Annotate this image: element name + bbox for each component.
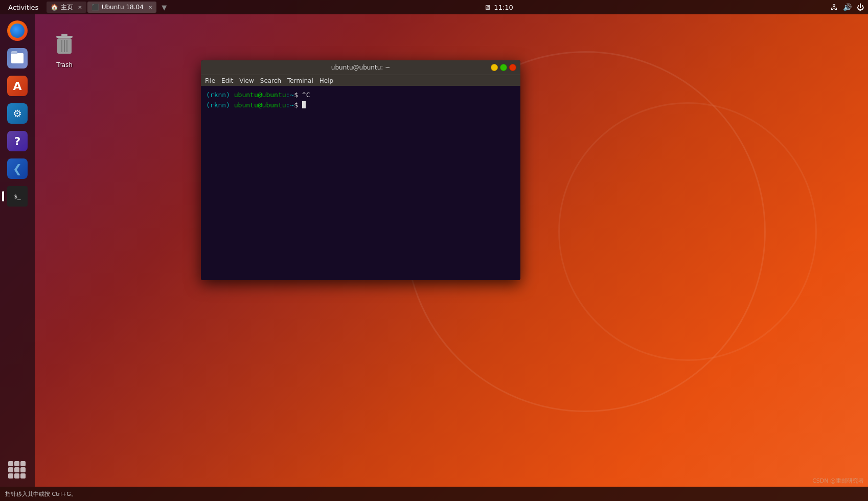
svg-rect-1	[61, 34, 67, 36]
terminal-window: ubuntu@ubuntu: ~ File Edit View Search T…	[201, 60, 520, 280]
tab-terminal-label: Ubuntu 18.04	[102, 4, 144, 11]
terminal-maximize-button[interactable]	[500, 64, 507, 71]
appcenter-icon: A	[7, 76, 28, 96]
bottombar-hint: 指针移入其中或按 Ctrl+G。	[5, 490, 77, 498]
terminal-menu-terminal[interactable]: Terminal	[287, 77, 313, 84]
tab-home-close[interactable]: ✕	[78, 5, 82, 10]
tab-home[interactable]: 🏠 主页 ✕	[47, 2, 86, 13]
dock-item-vscode[interactable]: ❮	[5, 156, 30, 181]
dock-item-settings[interactable]: ⚙	[5, 101, 30, 126]
terminal-tab-icon: ⬛	[92, 4, 99, 11]
term-prefix-2: (rknn)	[206, 100, 230, 110]
topbar: Activities 🏠 主页 ✕ ⬛ Ubuntu 18.04 ✕ ▼ 🖥 1…	[0, 0, 868, 14]
term-cmd-1: ^C	[302, 90, 310, 100]
files-icon	[7, 48, 28, 69]
term-prefix-1: (rknn)	[206, 90, 230, 100]
term-prompt-2: $	[294, 100, 302, 110]
sound-icon[interactable]: 🔊	[843, 3, 852, 11]
terminal-close-button[interactable]	[509, 64, 516, 71]
apps-dot-6	[20, 467, 26, 472]
dock-item-terminal[interactable]: $_	[5, 184, 30, 209]
dock-item-help[interactable]: ?	[5, 129, 30, 153]
activities-button[interactable]: Activities	[4, 4, 42, 11]
display-icon: 🖥	[484, 4, 491, 11]
time-display: 11:10	[494, 4, 513, 11]
apps-dot-5	[14, 467, 19, 472]
help-icon: ?	[7, 131, 28, 151]
dock: A ⚙ ? ❮ $_	[0, 14, 35, 487]
vscode-icon: ❮	[7, 158, 28, 179]
bottombar: 指针移入其中或按 Ctrl+G。	[0, 487, 868, 501]
dock-item-firefox[interactable]	[5, 18, 30, 43]
apps-dot-9	[20, 473, 26, 479]
network-icon[interactable]: 🖧	[831, 3, 838, 11]
tab-terminal-close[interactable]: ✕	[148, 5, 152, 10]
settings-icon: ⚙	[7, 103, 28, 124]
firefox-icon	[7, 20, 28, 41]
apps-dot-8	[14, 473, 19, 479]
trash-svg	[52, 31, 77, 59]
files-icon-inner	[11, 53, 24, 63]
vscode-chevron: ❮	[13, 163, 22, 175]
terminal-window-title: ubuntu@ubuntu: ~	[205, 64, 516, 71]
apps-dot-2	[14, 461, 19, 466]
terminal-menubar: File Edit View Search Terminal Help	[201, 75, 520, 86]
home-icon: 🏠	[51, 4, 58, 11]
apps-dot-4	[8, 467, 13, 472]
apps-grid-icon	[8, 461, 27, 480]
terminal-dock-icon: $_	[7, 186, 28, 207]
terminal-menu-search[interactable]: Search	[260, 77, 281, 84]
terminal-body[interactable]: (rknn) ubuntu@ubuntu :~ $ ^C (rknn) ubun…	[201, 86, 520, 280]
terminal-line-1: (rknn) ubuntu@ubuntu :~ $ ^C	[206, 90, 515, 100]
trash-desktop-icon[interactable]: Trash	[44, 31, 85, 69]
topbar-right: 🖧 🔊 ⏻	[831, 3, 864, 11]
trash-label: Trash	[56, 61, 73, 69]
term-host-1: ubuntu@ubuntu	[230, 90, 286, 100]
dock-item-appcenter[interactable]: A	[5, 74, 30, 98]
terminal-line-2: (rknn) ubuntu@ubuntu :~ $	[206, 100, 515, 110]
term-cursor	[302, 101, 306, 108]
term-host-2: ubuntu@ubuntu	[230, 100, 286, 110]
terminal-titlebar: ubuntu@ubuntu: ~	[201, 60, 520, 75]
apps-dot-3	[20, 461, 26, 466]
apps-dot-7	[8, 473, 13, 479]
terminal-menu-help[interactable]: Help	[319, 77, 333, 84]
topbar-center: 🖥 11:10	[167, 4, 831, 11]
term-path-1: :~	[286, 90, 294, 100]
dock-item-files[interactable]	[5, 46, 30, 71]
apps-dot-1	[8, 461, 13, 466]
term-prompt-1: $	[294, 90, 302, 100]
terminal-menu-file[interactable]: File	[205, 77, 215, 84]
csdn-watermark: CSDN @重邮研究者	[812, 477, 864, 485]
power-icon[interactable]: ⏻	[857, 3, 864, 11]
terminal-window-buttons	[491, 64, 516, 71]
terminal-minimize-button[interactable]	[491, 64, 498, 71]
terminal-menu-edit[interactable]: Edit	[221, 77, 233, 84]
dock-apps-grid-button[interactable]	[5, 458, 30, 483]
trash-icon-img	[52, 31, 77, 59]
tab-terminal[interactable]: ⬛ Ubuntu 18.04 ✕	[87, 2, 156, 13]
tab-home-label: 主页	[61, 3, 73, 12]
terminal-menu-dropdown[interactable]: ▼	[162, 4, 167, 11]
terminal-menu-view[interactable]: View	[239, 77, 254, 84]
term-path-2: :~	[286, 100, 294, 110]
topbar-tabs: 🏠 主页 ✕ ⬛ Ubuntu 18.04 ✕	[47, 2, 156, 13]
